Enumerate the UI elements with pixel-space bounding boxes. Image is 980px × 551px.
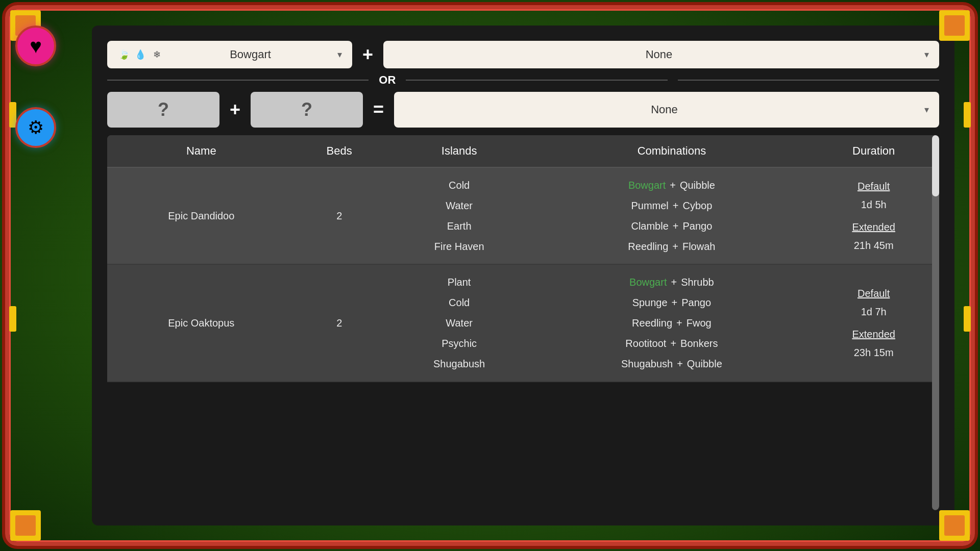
combination-row: Bowgart + Quibble (540, 175, 803, 195)
island-name: Water (388, 313, 530, 333)
second-row: ? + ? = None ▾ (107, 92, 939, 128)
cell-monster-name: Epic Oaktopus (107, 264, 296, 382)
monster-element-icons: 🍃 💧 ❄ (117, 48, 163, 61)
combo-plus: + (673, 216, 679, 236)
table-wrapper: Name Beds Islands Combinations Duration … (107, 135, 939, 510)
combo-plus: + (677, 354, 683, 374)
combo-plus: + (672, 292, 678, 313)
combo-monster-2: Fwog (687, 313, 712, 333)
table-row: Epic Oaktopus2PlantColdWaterPsychicShuga… (107, 264, 939, 382)
question-mark-2: ? (301, 99, 312, 120)
top-row: 🍃 💧 ❄ Bowgart ▾ + None ▾ (107, 41, 939, 68)
cell-islands: ColdWaterEarthFire Haven (383, 167, 535, 264)
heart-icon[interactable]: ♥ (15, 26, 56, 66)
combo-plus: + (670, 333, 676, 354)
result-select-dropdown[interactable]: None ▾ (394, 92, 939, 128)
cell-islands: PlantColdWaterPsychicShugabush (383, 264, 535, 382)
heart-symbol: ♥ (30, 35, 42, 58)
scrollbar-track[interactable] (932, 135, 939, 510)
bolt-right-2 (964, 306, 971, 332)
duration-default-value: 1d 5h (813, 195, 934, 214)
combo-monster-2: Quibble (680, 175, 715, 195)
combo-monster-2: Pango (682, 216, 712, 236)
combo-monster-2: Shrubb (681, 272, 714, 292)
duration-default-value: 1d 7h (813, 303, 934, 321)
combo-monster-1: Rootitoot (625, 333, 666, 354)
combo-monster-1: Bowgart (629, 272, 667, 292)
partner-select-dropdown[interactable]: None ▾ (383, 41, 939, 68)
combo-monster-1: Reedling (628, 236, 668, 257)
col-header-beds: Beds (296, 135, 383, 167)
combo-monster-2: Bonkers (680, 333, 718, 354)
cold-icon: ❄ (150, 48, 163, 61)
or-line-left (107, 80, 369, 81)
or-row: OR (107, 73, 939, 87)
monster-select-dropdown[interactable]: 🍃 💧 ❄ Bowgart ▾ (107, 41, 352, 68)
combo-monster-1: Clamble (631, 216, 668, 236)
equals-operator: = (373, 99, 384, 120)
island-name: Shugabush (388, 354, 530, 374)
cell-duration: Default1d 5hExtended21h 45m (808, 167, 939, 264)
duration-extended-label: Extended (813, 325, 934, 343)
combo-monster-1: Shugabush (621, 354, 673, 374)
island-name: Water (388, 195, 530, 216)
plus-operator-2: + (230, 99, 240, 120)
combination-row: Reedling + Fwog (540, 313, 803, 333)
combo-monster-2: Cybop (683, 195, 713, 216)
island-name: Cold (388, 175, 530, 195)
combination-row: Pummel + Cybop (540, 195, 803, 216)
combo-monster-1: Bowgart (628, 175, 666, 195)
main-content: 🍃 💧 ❄ Bowgart ▾ + None ▾ OR ? + ? = (92, 26, 954, 525)
duration-extended-value: 23h 15m (813, 343, 934, 362)
duration-default-label: Default (813, 284, 934, 303)
island-name: Psychic (388, 333, 530, 354)
question-box-2[interactable]: ? (251, 92, 363, 128)
combo-monster-1: Reedling (632, 313, 672, 333)
cell-monster-name: Epic Dandidoo (107, 167, 296, 264)
duration-extended-label: Extended (813, 218, 934, 236)
scrollbar-thumb[interactable] (932, 135, 939, 196)
corner-decoration-bl (10, 510, 41, 541)
gear-icon[interactable]: ⚙ (15, 107, 56, 148)
island-name: Fire Haven (388, 236, 530, 257)
col-header-islands: Islands (383, 135, 535, 167)
corner-decoration-br (939, 510, 970, 541)
duration-extended-value: 21h 45m (813, 236, 934, 255)
sidebar-icons: ♥ ⚙ (15, 26, 56, 148)
combo-monster-2: Pango (681, 292, 711, 313)
island-name: Earth (388, 216, 530, 236)
leaf-icon: 🍃 (117, 48, 131, 61)
bolt-right-1 (964, 102, 971, 128)
combination-row: Spunge + Pango (540, 292, 803, 313)
combo-plus: + (671, 272, 677, 292)
results-table-container: Name Beds Islands Combinations Duration … (107, 135, 939, 510)
combo-monster-2: Quibble (687, 354, 722, 374)
table-row: Epic Dandidoo2ColdWaterEarthFire HavenBo… (107, 167, 939, 264)
cell-beds: 2 (296, 167, 383, 264)
corner-decoration-tr (939, 10, 970, 41)
col-header-duration: Duration (808, 135, 939, 167)
combo-monster-2: Flowah (682, 236, 715, 257)
bolt-left-2 (9, 306, 16, 332)
combo-plus: + (676, 313, 682, 333)
selected-monster-name: Bowgart (169, 48, 331, 61)
partner-dropdown-arrow: ▾ (924, 49, 929, 60)
results-table: Name Beds Islands Combinations Duration … (107, 135, 939, 382)
result-dropdown-arrow: ▾ (924, 104, 929, 115)
or-label: OR (379, 73, 396, 87)
island-name: Plant (388, 272, 530, 292)
question-box-1[interactable]: ? (107, 92, 219, 128)
island-name: Cold (388, 292, 530, 313)
combination-row: Reedling + Flowah (540, 236, 803, 257)
cell-beds: 2 (296, 264, 383, 382)
plus-operator: + (362, 44, 373, 65)
combo-plus: + (672, 236, 678, 257)
selected-result-name: None (404, 103, 924, 116)
cell-combinations: Bowgart + QuibblePummel + CybopClamble +… (535, 167, 808, 264)
col-header-name: Name (107, 135, 296, 167)
combination-row: Clamble + Pango (540, 216, 803, 236)
or-line-right (406, 80, 667, 81)
cell-duration: Default1d 7hExtended23h 15m (808, 264, 939, 382)
cell-combinations: Bowgart + ShrubbSpunge + PangoReedling +… (535, 264, 808, 382)
gear-symbol: ⚙ (28, 117, 44, 138)
